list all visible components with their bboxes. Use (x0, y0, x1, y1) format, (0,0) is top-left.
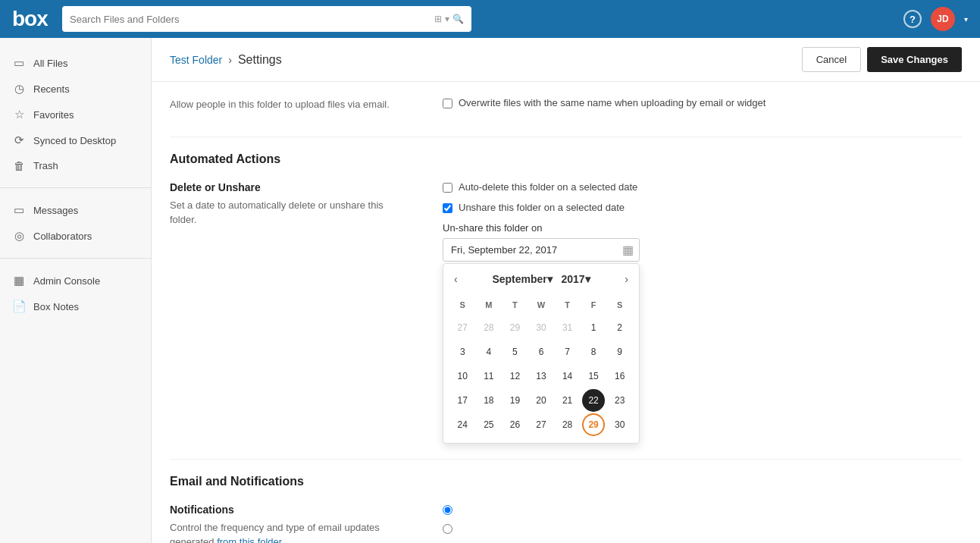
calendar-day[interactable]: 16 (609, 365, 631, 388)
notifications-description: Control the frequency and type of email … (170, 520, 412, 544)
notifications-folder-link[interactable]: from this folder (217, 536, 281, 543)
calendar-day[interactable]: 2 (609, 316, 631, 339)
notifications-radio-1[interactable] (443, 505, 452, 515)
calendar-day[interactable]: 3 (451, 341, 474, 363)
calendar-year-arrow[interactable]: ▾ (585, 273, 590, 285)
user-avatar[interactable]: JD (931, 7, 955, 31)
search-input[interactable] (70, 14, 428, 25)
calendar-day-header: S (606, 297, 633, 312)
sidebar-section-main: ▭ All Files ◷ Recents ☆ Favorites ⟳ Sync… (0, 47, 151, 181)
calendar-week-row: 10111213141516 (449, 364, 633, 388)
sidebar-label-boxnotes: Box Notes (33, 301, 79, 312)
calendar-day-header: F (581, 297, 607, 312)
save-changes-button[interactable]: Save Changes (867, 47, 962, 72)
calendar-day[interactable]: 23 (609, 389, 631, 412)
user-chevron-icon[interactable]: ▾ (964, 15, 968, 24)
calendar-day[interactable]: 19 (503, 389, 526, 412)
calendar-day[interactable]: 29 (503, 316, 526, 339)
logo-text: box (12, 7, 48, 31)
logo: box (12, 8, 50, 30)
calendar-day[interactable]: 30 (609, 413, 631, 436)
sidebar-item-synced[interactable]: ⟳ Synced to Desktop (0, 127, 151, 153)
calendar-day[interactable]: 20 (530, 389, 553, 412)
sidebar-item-boxnotes[interactable]: 📄 Box Notes (0, 293, 151, 319)
help-icon[interactable]: ? (903, 10, 922, 28)
sidebar-item-collaborators[interactable]: ◎ Collaborators (0, 223, 151, 249)
calendar-day[interactable]: 9 (609, 341, 631, 363)
calendar-day[interactable]: 12 (503, 365, 526, 388)
delete-unshare-controls: Auto-delete this folder on a selected da… (443, 181, 962, 444)
calendar-day[interactable]: 14 (556, 365, 579, 388)
trash-icon: 🗑 (12, 159, 26, 172)
calendar-day[interactable]: 8 (582, 341, 605, 363)
email-section-title: Email and Notifications (170, 460, 962, 488)
chevron-down-icon[interactable]: ▾ (445, 14, 449, 24)
unshare-label[interactable]: Unshare this folder on a selected date (459, 202, 625, 213)
search-icon[interactable]: 🔍 (452, 14, 464, 24)
calendar-day[interactable]: 27 (530, 413, 553, 436)
calendar-day[interactable]: 18 (477, 389, 500, 412)
date-input[interactable] (443, 238, 640, 262)
calendar-month-btn[interactable]: September (492, 273, 546, 285)
auto-delete-checkbox[interactable] (443, 183, 452, 193)
unshare-checkbox[interactable] (443, 203, 452, 213)
sidebar-item-admin[interactable]: ▦ Admin Console (0, 268, 151, 293)
sidebar-item-trash[interactable]: 🗑 Trash (0, 153, 151, 178)
calendar-next-btn[interactable]: › (620, 272, 633, 287)
sidebar-divider-1 (0, 187, 151, 188)
calendar-week-row: 17181920212223 (449, 388, 633, 413)
calendar-day[interactable]: 10 (451, 365, 474, 388)
calendar-day[interactable]: 28 (556, 413, 579, 436)
breadcrumb-current: Settings (238, 53, 282, 67)
calendar-day[interactable]: 29 (582, 413, 605, 436)
chart-icon: ▦ (12, 274, 26, 287)
sidebar-label-all-files: All Files (33, 58, 68, 69)
sidebar-divider-2 (0, 258, 151, 259)
calendar-day[interactable]: 13 (530, 365, 553, 388)
calendar-day[interactable]: 22 (582, 389, 605, 412)
calendar-prev-btn[interactable]: ‹ (449, 272, 462, 287)
calendar-day[interactable]: 6 (530, 341, 553, 363)
calendar-day[interactable]: 27 (451, 316, 474, 339)
calendar-day[interactable]: 21 (556, 389, 579, 412)
settings-content: Allow people in this folder to upload fi… (152, 82, 980, 543)
unshare-checkbox-row: Unshare this folder on a selected date (443, 202, 962, 213)
sidebar-label-collaborators: Collaborators (33, 231, 92, 242)
calendar-day[interactable]: 31 (556, 316, 579, 339)
calendar-icon[interactable]: ▦ (622, 243, 634, 257)
delete-unshare-heading: Delete or Unshare (170, 181, 412, 193)
overwrite-checkbox[interactable] (443, 99, 452, 108)
breadcrumb: Test Folder › Settings (170, 53, 282, 67)
breadcrumb-folder-link[interactable]: Test Folder (170, 54, 222, 66)
calendar-grid: SMTWTFS272829303112345678910111213141516… (443, 294, 639, 443)
calendar-day[interactable]: 25 (477, 413, 500, 436)
upload-setting-label: Allow people in this folder to upload fi… (170, 97, 412, 121)
notifications-radio-2[interactable] (443, 524, 452, 534)
calendar-day[interactable]: 30 (530, 316, 553, 339)
calendar-day[interactable]: 4 (477, 341, 500, 363)
calendar-day[interactable]: 26 (503, 413, 526, 436)
calendar-day[interactable]: 24 (451, 413, 474, 436)
sidebar-section-collab: ▭ Messages ◎ Collaborators (0, 194, 151, 252)
calendar-day[interactable]: 28 (477, 316, 500, 339)
calendar-month-year: September▾ 2017▾ (465, 273, 618, 285)
calendar-day[interactable]: 15 (582, 365, 605, 388)
calendar-year-btn[interactable]: 2017 (561, 273, 584, 285)
calendar-day[interactable]: 17 (451, 389, 474, 412)
calendar-month-arrow[interactable]: ▾ (547, 273, 553, 285)
calendar-day[interactable]: 5 (503, 341, 526, 363)
filter-icon[interactable]: ⊞ (434, 14, 442, 24)
clock-icon: ◷ (12, 82, 26, 96)
sidebar-item-recents[interactable]: ◷ Recents (0, 76, 151, 102)
auto-delete-label[interactable]: Auto-delete this folder on a selected da… (459, 181, 637, 193)
calendar-week-row: 272829303112 (449, 315, 633, 340)
calendar-day[interactable]: 1 (582, 316, 605, 339)
cancel-button[interactable]: Cancel (802, 47, 861, 72)
sidebar-item-messages[interactable]: ▭ Messages (0, 197, 151, 223)
sidebar-item-all-files[interactable]: ▭ All Files (0, 50, 151, 76)
calendar-day[interactable]: 11 (477, 365, 500, 388)
sidebar-item-favorites[interactable]: ☆ Favorites (0, 102, 151, 127)
sidebar-section-admin: ▦ Admin Console 📄 Box Notes (0, 265, 151, 322)
calendar-day[interactable]: 7 (556, 341, 579, 363)
overwrite-label[interactable]: Overwrite files with the same name when … (459, 97, 766, 108)
